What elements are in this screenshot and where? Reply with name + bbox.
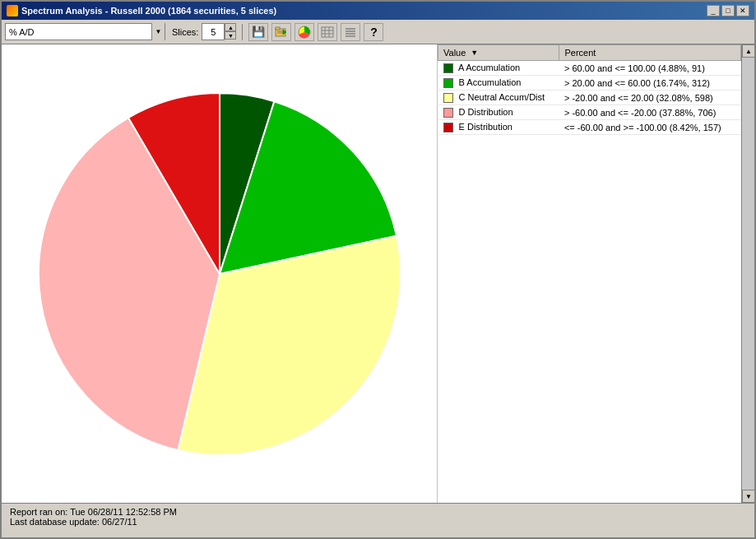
pie-chart-button[interactable] xyxy=(295,23,314,41)
dropdown-arrow[interactable]: ▼ xyxy=(151,23,165,40)
slices-control: 5 ▲ ▼ xyxy=(202,23,236,40)
scroll-up-button[interactable]: ▲ xyxy=(742,44,754,58)
title-bar-left: Spectrum Analysis - Russell 2000 (1864 s… xyxy=(7,5,276,16)
scroll-down-button[interactable]: ▼ xyxy=(742,490,754,503)
legend-label-2: C Neutral Accum/Dist xyxy=(438,91,559,105)
list-button[interactable] xyxy=(341,23,360,41)
title-bar-buttons: _ □ ✕ xyxy=(707,5,749,16)
list-icon xyxy=(344,26,357,38)
chart-area xyxy=(2,44,437,503)
footer-line1: Report ran on: Tue 06/28/11 12:52:58 PM xyxy=(10,507,746,517)
toolbar-sep-1 xyxy=(242,24,243,40)
grid-button[interactable] xyxy=(318,23,337,41)
pie-chart-svg xyxy=(18,72,421,476)
slices-input[interactable]: 5 xyxy=(202,23,225,40)
open-button[interactable] xyxy=(271,23,291,41)
legend-row: A Accumulation > 60.00 and <= 100.00 (4.… xyxy=(438,61,741,76)
legend-label-0: A Accumulation xyxy=(438,61,559,76)
main-window: Spectrum Analysis - Russell 2000 (1864 s… xyxy=(0,0,756,539)
dropdown-value: % A/D xyxy=(6,27,151,37)
legend-label-3: D Distribution xyxy=(438,105,559,120)
legend-value-4: <= -60.00 and >= -100.00 (8.42%, 157) xyxy=(559,120,741,135)
save-button[interactable]: 💾 xyxy=(248,23,268,41)
slices-spinner: ▲ ▼ xyxy=(225,23,236,40)
legend-name-4: E Distribution xyxy=(459,122,513,132)
legend-value-1: > 20.00 and <= 60.00 (16.74%, 312) xyxy=(559,76,741,91)
footer: Report ran on: Tue 06/28/11 12:52:58 PM … xyxy=(2,503,754,537)
app-icon xyxy=(7,5,18,16)
legend-row: C Neutral Accum/Dist > -20.00 and <= 20.… xyxy=(438,91,741,105)
legend-label-1: B Accumulation xyxy=(438,76,559,91)
main-content: Value ▼ Percent A Accumulation > 60.00 a… xyxy=(2,44,754,503)
col-header-value: Value ▼ xyxy=(438,45,559,61)
minimize-button[interactable]: _ xyxy=(707,5,720,16)
grid-icon xyxy=(321,26,334,38)
legend-name-1: B Accumulation xyxy=(459,77,522,87)
title-bar: Spectrum Analysis - Russell 2000 (1864 s… xyxy=(2,2,754,20)
legend-value-2: > -20.00 and <= 20.00 (32.08%, 598) xyxy=(559,91,741,105)
right-panel: Value ▼ Percent A Accumulation > 60.00 a… xyxy=(437,44,741,503)
svg-rect-1 xyxy=(276,27,280,30)
slices-label: Slices: xyxy=(172,27,198,37)
pie-container xyxy=(2,44,437,503)
window-title: Spectrum Analysis - Russell 2000 (1864 s… xyxy=(21,6,276,16)
help-button[interactable]: ? xyxy=(364,23,383,41)
legend-row: B Accumulation > 20.00 and <= 60.00 (16.… xyxy=(438,76,741,91)
legend-value-0: > 60.00 and <= 100.00 (4.88%, 91) xyxy=(559,61,741,76)
scroll-track[interactable] xyxy=(742,58,754,490)
toolbar: % A/D ▼ Slices: 5 ▲ ▼ 💾 xyxy=(2,20,754,44)
indicator-dropdown[interactable]: % A/D ▼ xyxy=(5,23,165,40)
legend-value-3: > -60.00 and <= -20.00 (37.88%, 706) xyxy=(559,105,741,120)
legend-color-2 xyxy=(443,93,453,103)
col-header-percent: Percent xyxy=(559,45,741,61)
svg-rect-6 xyxy=(322,27,333,37)
legend-name-3: D Distribution xyxy=(459,107,513,117)
scrollbar: ▲ ▼ xyxy=(741,44,754,503)
pie-icon xyxy=(297,26,312,39)
legend-name-2: C Neutral Accum/Dist xyxy=(459,92,545,102)
legend-table: Value ▼ Percent A Accumulation > 60.00 a… xyxy=(438,44,741,135)
legend-row: D Distribution > -60.00 and <= -20.00 (3… xyxy=(438,105,741,120)
footer-line2: Last database update: 06/27/11 xyxy=(10,517,746,527)
maximize-button[interactable]: □ xyxy=(721,5,735,16)
slices-up[interactable]: ▲ xyxy=(225,23,236,31)
legend-name-0: A Accumulation xyxy=(458,63,520,72)
legend-color-4 xyxy=(443,123,453,132)
legend-color-0 xyxy=(443,63,453,73)
legend-color-1 xyxy=(443,78,453,88)
legend-color-3 xyxy=(443,108,453,118)
close-button[interactable]: ✕ xyxy=(736,5,749,16)
slices-down[interactable]: ▼ xyxy=(225,31,236,39)
open-icon xyxy=(275,26,288,38)
legend-label-4: E Distribution xyxy=(438,120,559,135)
sort-icon-value: ▼ xyxy=(471,49,478,57)
legend-row: E Distribution <= -60.00 and >= -100.00 … xyxy=(438,120,741,135)
